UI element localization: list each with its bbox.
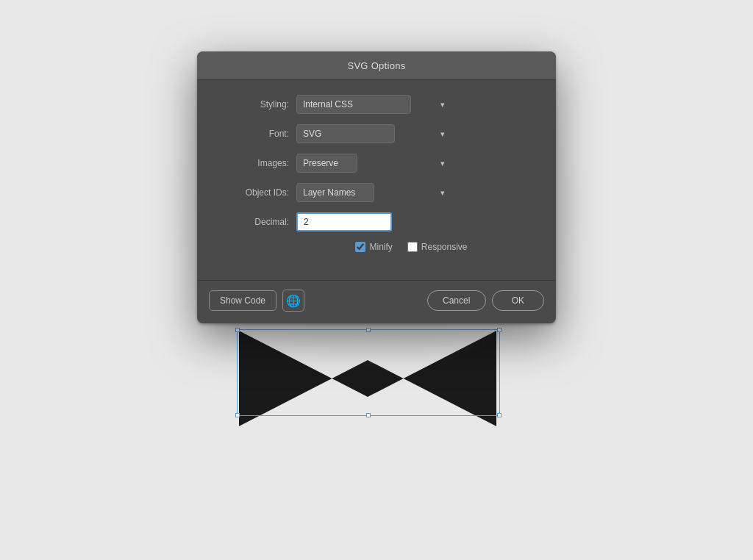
object-ids-row: Object IDs: Layer Names Minimal Unique xyxy=(219,183,534,202)
styling-row: Styling: Internal CSS Inline Style Prese… xyxy=(219,95,534,114)
styling-select[interactable]: Internal CSS Inline Style Presentation A… xyxy=(296,95,411,114)
artwork-shape xyxy=(239,331,496,426)
font-row: Font: SVG Convert To Outline xyxy=(219,124,534,143)
show-code-button[interactable]: Show Code xyxy=(209,290,276,311)
ok-button[interactable]: OK xyxy=(492,290,544,311)
styling-label: Styling: xyxy=(219,99,289,110)
decimal-row: Decimal: xyxy=(219,212,534,231)
images-select-wrapper: Preserve Embed Link xyxy=(296,154,451,173)
images-select[interactable]: Preserve Embed Link xyxy=(296,154,357,173)
minify-label[interactable]: Minify xyxy=(355,242,392,252)
buttons-row: Show Code 🌐 Cancel OK xyxy=(197,280,556,323)
responsive-text: Responsive xyxy=(421,242,468,252)
images-row: Images: Preserve Embed Link xyxy=(219,154,534,173)
object-ids-select-wrapper: Layer Names Minimal Unique xyxy=(296,183,451,202)
globe-button[interactable]: 🌐 xyxy=(282,290,304,312)
right-button-group: Cancel OK xyxy=(427,290,544,311)
images-label: Images: xyxy=(219,158,289,168)
dialog-title: SVG Options xyxy=(347,60,405,71)
responsive-checkbox[interactable] xyxy=(407,242,418,252)
font-select[interactable]: SVG Convert To Outline xyxy=(296,124,395,143)
decimal-label: Decimal: xyxy=(219,217,289,227)
object-ids-label: Object IDs: xyxy=(219,187,289,198)
dialog-content: Styling: Internal CSS Inline Style Prese… xyxy=(197,80,556,280)
minify-checkbox[interactable] xyxy=(355,242,365,252)
font-select-wrapper: SVG Convert To Outline xyxy=(296,124,451,143)
styling-select-wrapper: Internal CSS Inline Style Presentation A… xyxy=(296,95,451,114)
svg-options-dialog: SVG Options Styling: Internal CSS Inline… xyxy=(197,51,556,323)
decimal-input[interactable] xyxy=(296,212,392,231)
checkboxes-row: Minify Responsive xyxy=(219,242,534,252)
globe-icon: 🌐 xyxy=(286,294,301,308)
cancel-button[interactable]: Cancel xyxy=(427,290,486,311)
font-label: Font: xyxy=(219,129,289,139)
minify-text: Minify xyxy=(369,242,392,252)
object-ids-select[interactable]: Layer Names Minimal Unique xyxy=(296,183,374,202)
dialog-titlebar: SVG Options xyxy=(197,51,556,80)
responsive-label[interactable]: Responsive xyxy=(407,242,468,252)
left-button-group: Show Code 🌐 xyxy=(209,290,304,312)
svg-marker-0 xyxy=(239,331,496,426)
